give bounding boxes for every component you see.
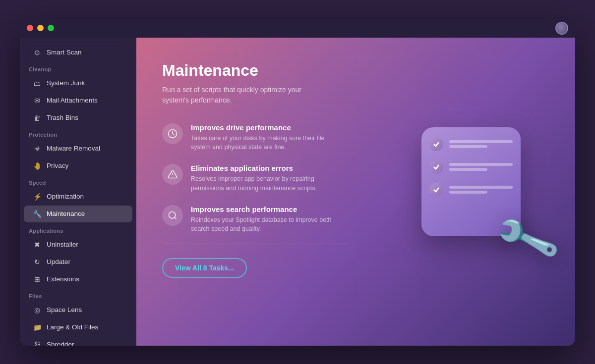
sidebar-item-malware-removal[interactable]: ☣ Malware Removal <box>24 140 132 157</box>
titlebar-right <box>555 22 568 35</box>
updater-icon: ↻ <box>33 258 42 266</box>
sidebar-item-label: Extensions <box>47 275 79 283</box>
drive-performance-icon <box>162 123 183 144</box>
sidebar-item-maintenance[interactable]: 🔧 Maintenance <box>24 206 132 222</box>
check-line <box>449 163 513 166</box>
check-row-1 <box>429 137 513 151</box>
app-errors-icon <box>162 164 183 185</box>
search-performance-icon <box>162 205 183 226</box>
feature-desc: Takes care of your disks by making sure … <box>191 134 340 153</box>
avatar[interactable] <box>555 22 568 35</box>
optimization-icon: ⚡ <box>33 192 42 201</box>
privacy-icon: 🤚 <box>33 161 42 170</box>
sidebar-item-shredder[interactable]: ⛓ Shredder <box>24 336 132 346</box>
sidebar-item-label: Smart Scan <box>47 49 82 56</box>
sidebar-section-protection: Protection <box>20 127 136 140</box>
system-junk-icon: 🗃 <box>33 79 42 88</box>
sidebar-section-applications: Applications <box>20 223 136 236</box>
sidebar-item-label: Updater <box>47 258 70 265</box>
feature-item-errors: Eliminates application errors Resolves i… <box>162 164 351 193</box>
malware-icon: ☣ <box>33 144 42 153</box>
check-circle <box>429 183 443 197</box>
feature-text: Eliminates application errors Resolves i… <box>191 164 340 193</box>
titlebar <box>20 19 575 38</box>
sidebar-item-label: Malware Removal <box>47 145 100 152</box>
sidebar-item-label: Space Lens <box>47 306 82 313</box>
uninstaller-icon: ✖ <box>33 240 42 249</box>
check-line-short <box>449 168 487 171</box>
svg-point-3 <box>169 211 176 218</box>
svg-line-4 <box>175 217 177 219</box>
page-subtitle: Run a set of scripts that quickly optimi… <box>162 85 321 105</box>
check-row-2 <box>429 160 513 174</box>
feature-desc: Resolves improper app behavior by repair… <box>191 174 340 193</box>
feature-item-drive: Improves drive performance Takes care of… <box>162 123 351 153</box>
check-line <box>449 140 513 143</box>
check-circle <box>429 137 443 151</box>
page-title: Maintenance <box>162 61 549 80</box>
divider <box>162 244 351 244</box>
feature-title: Eliminates application errors <box>191 164 340 172</box>
sidebar-item-privacy[interactable]: 🤚 Privacy <box>24 157 132 174</box>
minimize-button[interactable] <box>37 25 44 31</box>
shredder-icon: ⛓ <box>33 340 42 346</box>
check-line-short <box>449 145 487 148</box>
sidebar: ⊙ Smart Scan Cleanup 🗃 System Junk ✉ Mai… <box>20 38 136 346</box>
sidebar-item-uninstaller[interactable]: ✖ Uninstaller <box>24 236 132 253</box>
sidebar-section-cleanup: Cleanup <box>20 61 136 74</box>
sidebar-item-label: Optimization <box>47 193 84 200</box>
sidebar-item-mail-attachments[interactable]: ✉ Mail Attachments <box>24 92 132 109</box>
mail-icon: ✉ <box>33 96 42 105</box>
sidebar-item-smart-scan[interactable]: ⊙ Smart Scan <box>24 44 132 61</box>
sidebar-item-label: Uninstaller <box>47 241 78 248</box>
illustration: 🔧 <box>416 122 555 261</box>
content-area: ⊙ Smart Scan Cleanup 🗃 System Junk ✉ Mai… <box>20 38 575 346</box>
sidebar-item-label: Maintenance <box>47 210 85 217</box>
view-all-tasks-button[interactable]: View All 8 Tasks... <box>162 258 247 278</box>
sidebar-section-speed: Speed <box>20 175 136 188</box>
smart-scan-icon: ⊙ <box>33 48 42 57</box>
check-lines <box>449 163 513 171</box>
sidebar-item-system-junk[interactable]: 🗃 System Junk <box>24 75 132 92</box>
trash-icon: 🗑 <box>33 113 42 122</box>
sidebar-item-label: Trash Bins <box>47 114 78 121</box>
check-lines <box>449 140 513 148</box>
feature-title: Improves drive performance <box>191 123 340 132</box>
extensions-icon: ⊞ <box>33 275 42 284</box>
app-window: ⊙ Smart Scan Cleanup 🗃 System Junk ✉ Mai… <box>20 19 575 346</box>
feature-desc: Reindexes your Spotlight database to imp… <box>191 215 340 234</box>
sidebar-item-label: Large & Old Files <box>47 323 98 331</box>
sidebar-item-trash-bins[interactable]: 🗑 Trash Bins <box>24 109 132 126</box>
sidebar-item-updater[interactable]: ↻ Updater <box>24 254 132 270</box>
main-content: Maintenance Run a set of scripts that qu… <box>136 38 575 346</box>
close-button[interactable] <box>27 25 33 31</box>
check-line-short <box>449 191 487 194</box>
check-line <box>449 186 513 189</box>
check-row-3 <box>429 183 513 197</box>
maintenance-icon: 🔧 <box>33 209 42 218</box>
feature-text: Improves search performance Reindexes yo… <box>191 205 340 234</box>
feature-item-search: Improves search performance Reindexes yo… <box>162 205 351 234</box>
sidebar-section-files: Files <box>20 288 136 301</box>
sidebar-item-label: Shredder <box>47 341 74 346</box>
sidebar-item-label: Mail Attachments <box>47 97 98 104</box>
check-lines <box>449 186 513 194</box>
maximize-button[interactable] <box>48 25 54 31</box>
sidebar-item-large-old-files[interactable]: 📁 Large & Old Files <box>24 319 132 336</box>
feature-title: Improves search performance <box>191 205 340 213</box>
large-files-icon: 📁 <box>33 323 42 332</box>
sidebar-item-label: Privacy <box>47 162 68 169</box>
check-circle <box>429 160 443 174</box>
sidebar-item-space-lens[interactable]: ◎ Space Lens <box>24 302 132 318</box>
feature-list: Improves drive performance Takes care of… <box>162 123 351 234</box>
feature-text: Improves drive performance Takes care of… <box>191 123 340 153</box>
space-lens-icon: ◎ <box>33 306 42 314</box>
sidebar-item-optimization[interactable]: ⚡ Optimization <box>24 188 132 205</box>
sidebar-item-extensions[interactable]: ⊞ Extensions <box>24 271 132 288</box>
sidebar-item-label: System Junk <box>47 79 85 87</box>
